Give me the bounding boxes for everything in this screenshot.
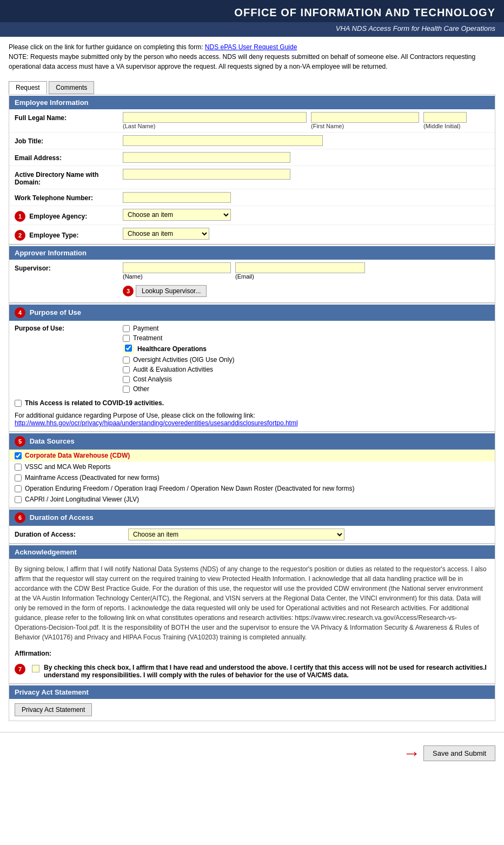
purpose-label: Purpose of Use (30, 308, 81, 316)
phone-row: Work Telephone Number: (9, 189, 495, 206)
purpose-healthcare-label: Healthcare Operations (137, 345, 207, 353)
data-sources-section: 5 Data Sources Corporate Data Warehouse … (9, 432, 495, 508)
purpose-other-row: Other (123, 384, 489, 394)
purpose-treatment-checkbox[interactable] (123, 335, 130, 342)
covid-checkbox[interactable] (15, 400, 22, 407)
datasource-capri-checkbox[interactable] (15, 496, 22, 503)
agency-select[interactable]: Choose an item VA Non-VA Contractor (123, 209, 231, 221)
email-row: Email Address: (9, 149, 495, 166)
privacy-act-button[interactable]: Privacy Act Statement (15, 703, 92, 716)
datasource-cdw-checkbox[interactable] (15, 452, 22, 459)
email-label: Email Address: (15, 152, 123, 162)
ad-row: Active Directory Name with Domain: (9, 166, 495, 189)
middle-initial-col: (Middle Initial) (423, 112, 467, 129)
privacy-act-label: Privacy Act Statement (15, 688, 89, 696)
phone-label: Work Telephone Number: (15, 192, 123, 202)
affirm-badge: 7 (15, 664, 25, 675)
employee-info-section: Employee Information Full Legal Name: (L… (9, 94, 495, 245)
notice-area: Please click on the link for further gui… (0, 37, 504, 77)
type-select[interactable]: Choose an item Full Time Part Time Contr… (123, 228, 209, 240)
job-title-controls (123, 135, 489, 146)
supervisor-email-col: (Email) (235, 262, 365, 280)
datasource-oef-checkbox[interactable] (15, 485, 22, 492)
purpose-audit-checkbox[interactable] (123, 366, 130, 373)
tab-request[interactable]: Request (9, 81, 47, 94)
ad-input[interactable] (123, 169, 290, 180)
purpose-healthcare-highlighted (123, 344, 134, 354)
datasource-cdw-label: Corporate Data Warehouse (CDW) (25, 452, 130, 459)
purpose-oversight-row: Oversight Activities (OIG Use Only) (123, 355, 489, 365)
agency-label: Employee Agency: (29, 213, 87, 220)
lookup-supervisor-button[interactable]: Lookup Supervisor... (136, 285, 207, 297)
job-title-label: Job Title: (15, 135, 123, 145)
first-name-label: (First Name) (311, 123, 419, 129)
phone-input[interactable] (123, 192, 231, 203)
supervisor-row: Supervisor: (Name) (Email) 3 Lookup Supe… (9, 260, 495, 302)
supervisor-email-label: (Email) (235, 273, 365, 280)
datasource-oef-label: Operation Enduring Freedom / Operation I… (25, 485, 355, 492)
type-controls: Choose an item Full Time Part Time Contr… (123, 228, 489, 240)
datasource-cdw-row: Corporate Data Warehouse (CDW) (9, 450, 495, 461)
approver-section: Approver Information Supervisor: (Name) … (9, 245, 495, 303)
first-name-col: (First Name) (311, 112, 419, 129)
guidance-text: For additional guidance regarding Purpos… (15, 412, 255, 419)
agency-controls: Choose an item VA Non-VA Contractor (123, 209, 489, 221)
data-sources-badge: 5 (15, 436, 25, 447)
ad-label: Active Directory Name with Domain: (15, 169, 123, 186)
employee-info-header: Employee Information (9, 96, 495, 109)
guidance-link[interactable]: http://www.hhs.gov/ocr/privacy/hipaa/und… (15, 419, 298, 427)
first-name-input[interactable] (311, 112, 419, 123)
privacy-act-section: Privacy Act Statement Privacy Act Statem… (9, 684, 495, 721)
purpose-checks: Payment Treatment Healthcare Operations … (123, 324, 489, 394)
notice-line2: NOTE: Requests maybe submitted only by t… (9, 53, 475, 70)
privacy-btn-area: Privacy Act Statement (9, 699, 495, 721)
last-name-col: (Last Name) (123, 112, 307, 129)
phone-controls (123, 192, 489, 203)
arrow-icon: → (403, 743, 420, 763)
supervisor-name-input[interactable] (123, 262, 231, 273)
purpose-oversight-checkbox[interactable] (123, 357, 130, 364)
purpose-payment-checkbox[interactable] (123, 325, 130, 332)
save-submit-button[interactable]: Save and Submit (423, 745, 495, 761)
purpose-header: 4 Purpose of Use (9, 305, 495, 321)
purpose-other-checkbox[interactable] (123, 386, 130, 393)
purpose-treatment-row: Treatment (123, 333, 489, 343)
job-title-input[interactable] (123, 135, 323, 146)
datasource-mainframe-checkbox[interactable] (15, 474, 22, 481)
email-input[interactable] (123, 152, 290, 163)
approver-label: Approver Information (15, 249, 87, 257)
purpose-healthcare-row: Healthcare Operations (123, 343, 489, 355)
type-badge: 2 (15, 230, 25, 241)
agency-badge: 1 (15, 211, 25, 222)
epas-link[interactable]: NDS ePAS User Request Guide (205, 43, 297, 51)
datasource-vssc-label: VSSC and MCA Web Reports (25, 463, 111, 471)
purpose-audit-row: Audit & Evaluation Activities (123, 365, 489, 374)
acknowledgement-section: Acknowledgement By signing below, I affi… (9, 544, 495, 684)
agency-row: 1 Employee Agency: Choose an item VA Non… (9, 206, 495, 225)
tab-bar: Request Comments (0, 77, 504, 94)
acknowledgement-header: Acknowledgement (9, 545, 495, 559)
duration-select[interactable]: Choose an item 1 Year 2 Years 3 Years Pe… (128, 529, 344, 540)
purpose-healthcare-checkbox[interactable] (125, 345, 132, 352)
supervisor-name-col: (Name) (123, 262, 231, 280)
datasource-oef-row: Operation Enduring Freedom / Operation I… (9, 483, 495, 494)
purpose-section: 4 Purpose of Use Purpose of Use: Payment… (9, 303, 495, 432)
purpose-cost-checkbox[interactable] (123, 376, 130, 383)
duration-label: Duration of Access (30, 513, 94, 521)
middle-initial-input[interactable] (423, 112, 467, 123)
supervisor-email-input[interactable] (235, 262, 365, 273)
lookup-badge: 3 (123, 286, 134, 296)
middle-initial-label: (Middle Initial) (423, 123, 467, 129)
guidance-area: For additional guidance regarding Purpos… (9, 410, 495, 431)
purpose-field-label: Purpose of Use: (15, 324, 123, 332)
tab-comments[interactable]: Comments (49, 81, 94, 94)
notice-line1: Please click on the link for further gui… (9, 43, 203, 51)
covid-label: This Access is related to COVID-19 activ… (25, 399, 164, 407)
save-submit-area: → Save and Submit (403, 743, 495, 763)
datasource-vssc-checkbox[interactable] (15, 464, 22, 471)
purpose-audit-label: Audit & Evaluation Activities (133, 366, 213, 373)
supervisor-name-label: (Name) (123, 273, 231, 280)
purpose-oversight-label: Oversight Activities (OIG Use Only) (133, 356, 234, 364)
purpose-treatment-label: Treatment (133, 334, 162, 342)
last-name-input[interactable] (123, 112, 307, 123)
